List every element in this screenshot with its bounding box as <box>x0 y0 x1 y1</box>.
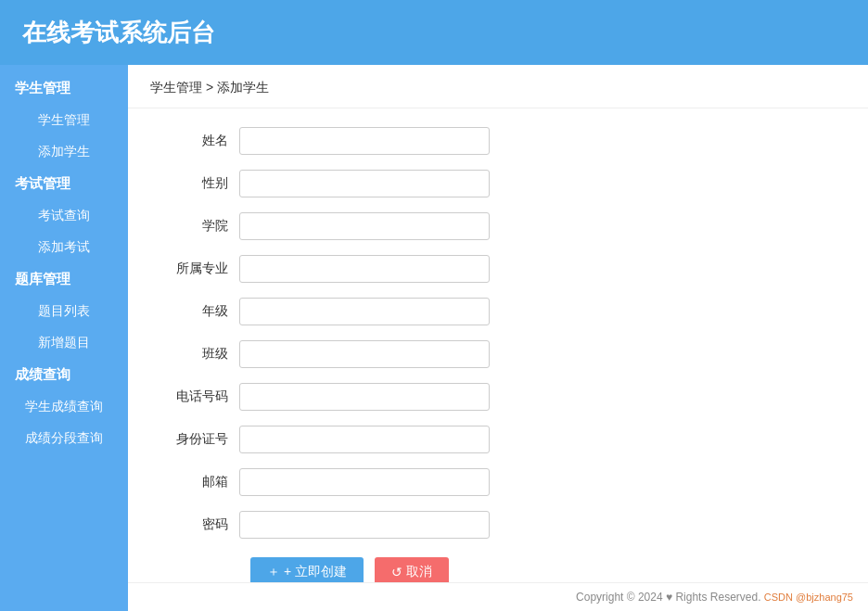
footer: Copyright © 2024 ♥ Rights Reserved. CSDN… <box>128 582 868 611</box>
plus-icon: ＋ <box>267 564 280 580</box>
label-email: 邮箱 <box>165 474 239 490</box>
footer-rights: Rights Reserved. <box>675 591 760 604</box>
input-college[interactable] <box>239 212 490 240</box>
sidebar-item-student-manage[interactable]: 学生管理 <box>0 105 128 136</box>
sidebar-item-student-scores[interactable]: 学生成绩查询 <box>0 391 128 423</box>
form-row-email: 邮箱 <box>165 468 831 496</box>
sidebar-item-question-list[interactable]: 题目列表 <box>0 296 128 327</box>
form-row-phone: 电话号码 <box>165 383 831 411</box>
breadcrumb-parent: 学生管理 <box>150 80 202 95</box>
label-college: 学院 <box>165 218 239 235</box>
label-grade: 年级 <box>165 303 239 320</box>
input-class[interactable] <box>239 340 490 368</box>
app-header: 在线考试系统后台 <box>0 0 868 65</box>
label-gender: 性别 <box>165 175 239 192</box>
sidebar-section-scores[interactable]: 成绩查询 <box>0 359 128 391</box>
footer-heart: ♥ <box>666 591 675 604</box>
add-student-form: 姓名 性别 学院 所属专业 年级 班级 <box>128 108 868 605</box>
form-row-grade: 年级 <box>165 298 831 325</box>
form-row-id-card: 身份证号 <box>165 426 831 453</box>
sidebar-section-exam[interactable]: 考试管理 <box>0 168 128 200</box>
breadcrumb-separator: > <box>206 80 217 95</box>
sidebar-item-score-segments[interactable]: 成绩分段查询 <box>0 423 128 454</box>
label-id-card: 身份证号 <box>165 431 239 448</box>
footer-csdn: CSDN @bjzhang75 <box>764 592 853 603</box>
input-email[interactable] <box>239 468 490 496</box>
form-row-password: 密码 <box>165 511 831 539</box>
breadcrumb: 学生管理 > 添加学生 <box>128 65 868 108</box>
label-class: 班级 <box>165 346 239 363</box>
sidebar-section-questions[interactable]: 题库管理 <box>0 263 128 296</box>
create-button-label: + 立即创建 <box>284 564 347 580</box>
sidebar-item-exam-query[interactable]: 考试查询 <box>0 200 128 232</box>
sidebar-item-add-student[interactable]: 添加学生 <box>0 136 128 168</box>
input-gender[interactable] <box>239 170 490 197</box>
label-major: 所属专业 <box>165 261 239 277</box>
sidebar: 学生管理 学生管理 添加学生 考试管理 考试查询 添加考试 题库管理 题目列表 … <box>0 65 128 611</box>
app-title: 在线考试系统后台 <box>22 17 215 49</box>
label-password: 密码 <box>165 516 239 533</box>
sidebar-section-student[interactable]: 学生管理 <box>0 72 128 105</box>
form-row-gender: 性别 <box>165 170 831 197</box>
cancel-button-label: 取消 <box>406 564 432 580</box>
input-phone[interactable] <box>239 383 490 411</box>
input-grade[interactable] <box>239 298 490 325</box>
form-row-class: 班级 <box>165 340 831 368</box>
main-content: 学生管理 > 添加学生 姓名 性别 学院 所属专业 <box>128 65 868 611</box>
sidebar-item-add-question[interactable]: 新增题目 <box>0 327 128 359</box>
label-name: 姓名 <box>165 133 239 149</box>
refresh-icon: ↺ <box>391 565 402 579</box>
form-row-major: 所属专业 <box>165 255 831 283</box>
form-row-college: 学院 <box>165 212 831 240</box>
label-phone: 电话号码 <box>165 388 239 405</box>
input-major[interactable] <box>239 255 490 283</box>
sidebar-item-add-exam[interactable]: 添加考试 <box>0 232 128 263</box>
main-layout: 学生管理 学生管理 添加学生 考试管理 考试查询 添加考试 题库管理 题目列表 … <box>0 65 868 611</box>
breadcrumb-current: 添加学生 <box>217 80 269 95</box>
footer-copyright: Copyright © 2024 <box>576 591 663 604</box>
input-name[interactable] <box>239 127 490 155</box>
input-password[interactable] <box>239 511 490 539</box>
form-row-name: 姓名 <box>165 127 831 155</box>
input-id-card[interactable] <box>239 426 490 453</box>
